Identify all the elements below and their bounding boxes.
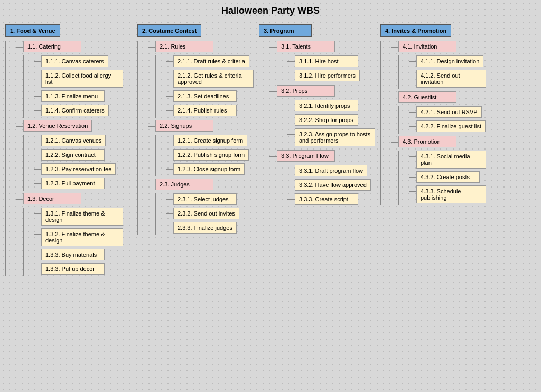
l3-box-col3-2-3: 3.2.3. Assign props to hosts and perform… bbox=[295, 128, 375, 146]
section-3-2: 3.2. Props3.2.1. Identify props3.2.2. Sh… bbox=[277, 85, 375, 148]
l3-box-col1-2-1: 1.2.1. Canvas venues bbox=[41, 135, 106, 146]
top-box-col3: 3. Program bbox=[259, 24, 312, 37]
l2-box-col4-2: 4.2. Guestlist bbox=[398, 91, 456, 103]
l3-box-col2-3-1: 2.3.1. Select judges bbox=[173, 193, 237, 205]
l3-box-col2-2-2: 1.2.2. Publish signup form bbox=[173, 149, 249, 161]
section-3-3: 3.3. Program Flow3.3.1. Draft program fl… bbox=[277, 150, 371, 207]
column-1: 1. Food & Venue1.1. Catering1.1.1. Canva… bbox=[5, 24, 132, 276]
section-4-3: 4.3. Promotion4.3.1. Social media plan4.… bbox=[398, 136, 486, 205]
l3-box-col4-3-1: 4.3.1. Social media plan bbox=[416, 151, 486, 169]
l3-box-col4-1-1: 4.1.1. Design invitation bbox=[416, 55, 483, 67]
l3-box-col1-3-4: 1.3.3. Put up decor bbox=[41, 263, 105, 275]
l3-box-col1-2-4: 1.2.3. Full payment bbox=[41, 178, 105, 189]
l3-box-col4-3-3: 4.3.3. Schedule publishing bbox=[416, 185, 486, 203]
l2-box-col4-1: 4.1. Invitation bbox=[398, 41, 456, 52]
l2-box-col1-3: 1.3. Decor bbox=[23, 193, 81, 204]
section-3-1: 3.1. Talents3.1.1. Hire host3.1.2. Hire … bbox=[277, 41, 360, 83]
section-2-1: 2.1. Rules2.1.1. Draft rules & criteria2… bbox=[155, 41, 254, 118]
l3-box-col3-2-2: 3.2.2. Shop for props bbox=[295, 114, 358, 126]
l3-box-col1-3-3: 1.3.3. Buy materials bbox=[41, 249, 105, 260]
l2-box-col2-2: 2.2. Signups bbox=[155, 120, 213, 132]
l3-box-col2-3-3: 2.3.3. Finalize judges bbox=[173, 222, 237, 234]
l3-box-col2-1-2: 2.1.2. Get rules & criteria approved bbox=[173, 70, 254, 88]
top-box-col4: 4. Invites & Promotion bbox=[380, 24, 451, 37]
l3-box-col1-2-2: 1.2.2. Sign contract bbox=[41, 149, 105, 161]
l2-box-col4-3: 4.3. Promotion bbox=[398, 136, 456, 147]
section-4-1: 4.1. Invitation4.1.1. Design invitation4… bbox=[398, 41, 486, 89]
l3-box-col1-1-3: 1.1.3. Finalize menu bbox=[41, 90, 105, 102]
section-1-1: 1.1. Catering1.1.1. Canvas caterers1.1.2… bbox=[23, 41, 123, 118]
l2-box-col3-2: 3.2. Props bbox=[277, 85, 335, 97]
l2-box-col1-1: 1.1. Catering bbox=[23, 41, 81, 52]
l3-box-col1-3-1: 1.3.1. Finalize theme & design bbox=[41, 208, 123, 226]
l3-box-col3-1-1: 3.1.1. Hire host bbox=[295, 55, 358, 67]
l3-box-col3-3-3: 3.3.3. Create script bbox=[295, 193, 358, 205]
page-title: Halloween Party WBS bbox=[5, 5, 536, 16]
section-2-2: 2.2. Signups1.2.1. Create signup form1.2… bbox=[155, 120, 249, 176]
l3-box-col1-1-4: 1.1.4. Confirm caterers bbox=[41, 105, 109, 116]
l3-box-col2-1-3: 2.1.3. Set deadlines bbox=[173, 90, 237, 102]
section-4-2: 4.2. Guestlist4.2.1. Send out RSVP4.2.2.… bbox=[398, 91, 486, 134]
l3-box-col2-1-4: 2.1.4. Publish rules bbox=[173, 105, 237, 116]
l3-box-col1-1-1: 1.1.1. Canvas caterers bbox=[41, 55, 108, 67]
l2-box-col3-1: 3.1. Talents bbox=[277, 41, 335, 52]
l3-box-col3-2-1: 3.2.1. Identify props bbox=[295, 100, 358, 111]
l3-box-col2-2-3: 1.2.3. Close signup form bbox=[173, 163, 245, 175]
l3-box-col1-2-3: 1.2.3. Pay reservation fee bbox=[41, 163, 116, 175]
l3-box-col3-3-2: 3.3.2. Have flow approved bbox=[295, 179, 371, 191]
l2-box-col2-3: 2.3. Judges bbox=[155, 179, 213, 190]
l3-box-col1-3-2: 1.3.2. Finalize theme & design bbox=[41, 228, 123, 246]
column-2: 2. Costume Contest2.1. Rules2.1.1. Draft… bbox=[137, 24, 254, 235]
top-box-col2: 2. Costume Contest bbox=[137, 24, 201, 37]
l3-box-col4-2-1: 4.2.1. Send out RSVP bbox=[416, 106, 482, 118]
l3-box-col4-2-2: 4.2.2. Finalize guest list bbox=[416, 120, 486, 132]
section-1-3: 1.3. Decor1.3.1. Finalize theme & design… bbox=[23, 193, 123, 276]
l3-box-col4-3-2: 4.3.2. Create posts bbox=[416, 171, 480, 183]
l3-box-col2-3-2: 2.3.2. Send out invites bbox=[173, 208, 239, 219]
top-box-col1: 1. Food & Venue bbox=[5, 24, 60, 37]
l2-box-col3-3: 3.3. Program Flow bbox=[277, 150, 335, 162]
l2-box-col2-1: 2.1. Rules bbox=[155, 41, 213, 52]
section-1-2: 1.2. Venue Reservation1.2.1. Canvas venu… bbox=[23, 120, 116, 191]
l3-box-col2-1-1: 2.1.1. Draft rules & criteria bbox=[173, 55, 249, 67]
l2-box-col1-2: 1.2. Venue Reservation bbox=[23, 120, 92, 132]
l3-box-col2-2-1: 1.2.1. Create signup form bbox=[173, 135, 247, 146]
column-3: 3. Program3.1. Talents3.1.1. Hire host3.… bbox=[259, 24, 375, 207]
l3-box-col3-3-1: 3.3.1. Draft program flow bbox=[295, 165, 367, 176]
column-4: 4. Invites & Promotion4.1. Invitation4.1… bbox=[380, 24, 486, 205]
l3-box-col4-1-2: 4.1.2. Send out invitation bbox=[416, 70, 486, 88]
l3-box-col3-1-2: 3.1.2. Hire performers bbox=[295, 70, 360, 81]
l3-box-col1-1-2: 1.1.2. Collect food allergy list bbox=[41, 70, 123, 88]
wbs-container: 1. Food & Venue1.1. Catering1.1.1. Canva… bbox=[5, 24, 536, 276]
section-2-3: 2.3. Judges2.3.1. Select judges2.3.2. Se… bbox=[155, 179, 239, 235]
